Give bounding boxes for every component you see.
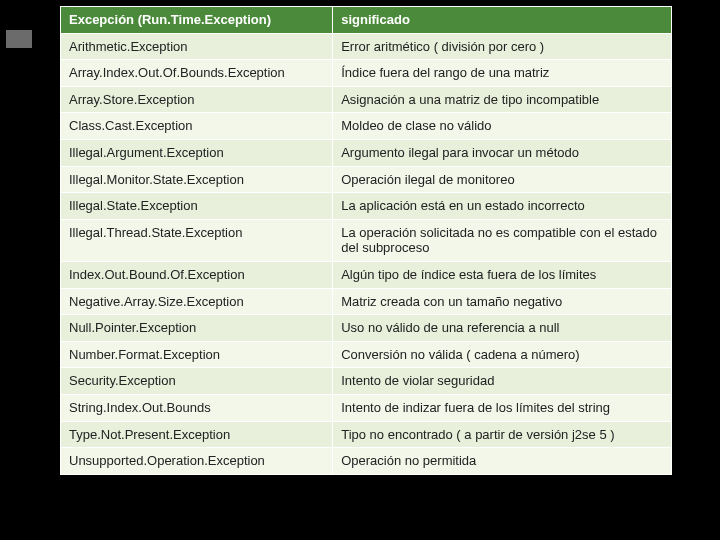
table-row: Illegal.State.Exception La aplicación es… (61, 193, 672, 220)
cell-exception: Illegal.Thread.State.Exception (61, 219, 333, 261)
cell-exception: Type.Not.Present.Exception (61, 421, 333, 448)
cell-meaning: Índice fuera del rango de una matriz (333, 60, 672, 87)
table-row: Array.Store.Exception Asignación a una m… (61, 86, 672, 113)
table-row: Illegal.Monitor.State.Exception Operació… (61, 166, 672, 193)
table-row: Null.Pointer.Exception Uso no válido de … (61, 315, 672, 342)
table-header-row: Excepción (Run.Time.Exception) significa… (61, 7, 672, 34)
cell-meaning: La aplicación está en un estado incorrec… (333, 193, 672, 220)
table-row: Unsupported.Operation.Exception Operació… (61, 448, 672, 475)
table-row: Array.Index.Out.Of.Bounds.Exception Índi… (61, 60, 672, 87)
cell-exception: Class.Cast.Exception (61, 113, 333, 140)
header-exception: Excepción (Run.Time.Exception) (61, 7, 333, 34)
table-row: Class.Cast.Exception Moldeo de clase no … (61, 113, 672, 140)
decorative-bar (6, 30, 32, 48)
cell-exception: Unsupported.Operation.Exception (61, 448, 333, 475)
cell-meaning: Intento de violar seguridad (333, 368, 672, 395)
cell-exception: Security.Exception (61, 368, 333, 395)
cell-exception: Illegal.Argument.Exception (61, 139, 333, 166)
cell-exception: Array.Index.Out.Of.Bounds.Exception (61, 60, 333, 87)
table-row: Illegal.Argument.Exception Argumento ile… (61, 139, 672, 166)
cell-exception: Null.Pointer.Exception (61, 315, 333, 342)
table-row: Arithmetic.Exception Error aritmético ( … (61, 33, 672, 60)
cell-exception: String.Index.Out.Bounds (61, 394, 333, 421)
slide: Excepción (Run.Time.Exception) significa… (0, 0, 720, 540)
cell-meaning: Algún tipo de índice esta fuera de los l… (333, 261, 672, 288)
cell-meaning: Error aritmético ( división por cero ) (333, 33, 672, 60)
cell-exception: Number.Format.Exception (61, 341, 333, 368)
cell-exception: Illegal.State.Exception (61, 193, 333, 220)
cell-meaning: Moldeo de clase no válido (333, 113, 672, 140)
cell-meaning: Operación no permitida (333, 448, 672, 475)
header-meaning: significado (333, 7, 672, 34)
table-row: Security.Exception Intento de violar seg… (61, 368, 672, 395)
cell-meaning: Intento de indizar fuera de los límites … (333, 394, 672, 421)
table-row: Number.Format.Exception Conversión no vá… (61, 341, 672, 368)
cell-meaning: Asignación a una matriz de tipo incompat… (333, 86, 672, 113)
cell-exception: Array.Store.Exception (61, 86, 333, 113)
cell-exception: Illegal.Monitor.State.Exception (61, 166, 333, 193)
cell-exception: Index.Out.Bound.Of.Exception (61, 261, 333, 288)
table-row: Type.Not.Present.Exception Tipo no encon… (61, 421, 672, 448)
cell-meaning: Operación ilegal de monitoreo (333, 166, 672, 193)
cell-exception: Negative.Array.Size.Exception (61, 288, 333, 315)
exceptions-table: Excepción (Run.Time.Exception) significa… (60, 6, 672, 475)
table-row: String.Index.Out.Bounds Intento de indiz… (61, 394, 672, 421)
table-row: Illegal.Thread.State.Exception La operac… (61, 219, 672, 261)
table-row: Negative.Array.Size.Exception Matriz cre… (61, 288, 672, 315)
cell-exception: Arithmetic.Exception (61, 33, 333, 60)
cell-meaning: Argumento ilegal para invocar un método (333, 139, 672, 166)
cell-meaning: Conversión no válida ( cadena a número) (333, 341, 672, 368)
cell-meaning: Tipo no encontrado ( a partir de versión… (333, 421, 672, 448)
cell-meaning: Uso no válido de una referencia a null (333, 315, 672, 342)
table-row: Index.Out.Bound.Of.Exception Algún tipo … (61, 261, 672, 288)
cell-meaning: Matriz creada con un tamaño negativo (333, 288, 672, 315)
cell-meaning: La operación solicitada no es compatible… (333, 219, 672, 261)
